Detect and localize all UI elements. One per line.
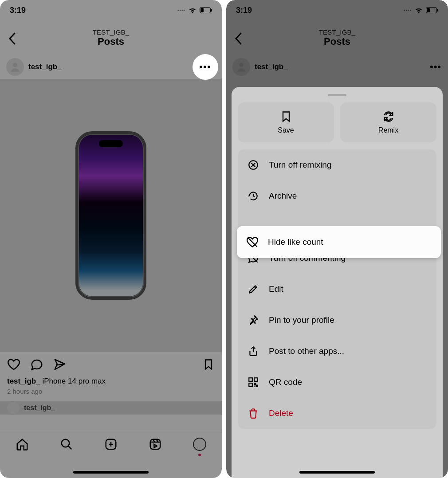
nav-account: TEST_IGB_ (319, 28, 356, 36)
avatar[interactable] (7, 402, 20, 414)
home-icon (16, 438, 29, 451)
menu-hide-like-count[interactable]: Hide like count (237, 226, 441, 258)
wifi-icon (188, 7, 197, 14)
post-actions (0, 352, 222, 377)
screenshot-action-sheet: 3:19 •••• TEST_IGB_ Posts test_igb_ ••• (226, 0, 448, 478)
create-icon (104, 438, 118, 451)
svg-rect-1 (211, 9, 212, 12)
post-header: test_igb_ ••• (226, 55, 448, 79)
menu-delete[interactable]: Delete (238, 398, 436, 429)
menu-label: QR code (269, 377, 302, 387)
pencil-icon (248, 283, 259, 295)
cellular-dots-icon: •••• (177, 8, 185, 13)
menu-edit[interactable]: Edit (238, 274, 436, 305)
more-dots-icon: ••• (199, 62, 211, 72)
post-caption: test_igb_ iPhone 14 pro max (0, 377, 222, 386)
trash-icon (248, 407, 259, 419)
avatar-placeholder-icon (236, 61, 247, 73)
svg-rect-9 (427, 8, 430, 12)
qr-icon (248, 376, 259, 388)
like-button[interactable] (7, 358, 20, 371)
svg-point-3 (13, 63, 17, 67)
status-right: •••• (177, 7, 212, 14)
remix-icon (382, 110, 395, 123)
menu-label: Archive (269, 191, 297, 201)
sheet-menu-list: Turn off remixing Archive Turn off comme… (238, 149, 436, 429)
heart-icon (7, 358, 20, 371)
circle-x-icon (248, 159, 259, 171)
comment-icon (30, 358, 43, 371)
menu-label: Hide like count (268, 237, 323, 247)
sheet-grabber[interactable] (328, 94, 346, 96)
search-icon (60, 438, 73, 451)
home-indicator (73, 471, 149, 474)
post-image-content (75, 131, 146, 300)
svg-rect-13 (254, 378, 258, 381)
battery-icon (426, 7, 438, 13)
action-sheet: Save Remix Turn off remixing Archive (232, 87, 443, 478)
menu-post-other-apps[interactable]: Post to other apps... (238, 336, 436, 367)
post-username[interactable]: test_igb_ (255, 63, 288, 71)
menu-pin[interactable]: Pin to your profile (238, 305, 436, 336)
send-icon (53, 358, 67, 371)
bookmark-icon (202, 358, 215, 371)
nav-header: TEST_IGB_ Posts (226, 20, 448, 55)
comment-button[interactable] (30, 358, 43, 371)
caption-text: iPhone 14 pro max (42, 377, 106, 385)
menu-archive[interactable]: Archive (238, 180, 436, 212)
svg-point-10 (239, 63, 244, 67)
cellular-dots-icon: •••• (404, 8, 412, 13)
save-button[interactable] (202, 358, 215, 371)
home-indicator (299, 471, 375, 474)
tab-home[interactable] (15, 437, 30, 452)
bookmark-icon (280, 110, 292, 123)
sheet-save-label: Save (278, 126, 294, 134)
history-icon (248, 190, 259, 202)
nav-title: Posts (324, 36, 350, 47)
profile-avatar-icon (193, 438, 206, 451)
tab-reels[interactable] (148, 437, 163, 452)
menu-label: Delete (269, 408, 293, 418)
avatar[interactable] (6, 58, 24, 76)
tab-profile[interactable] (192, 437, 207, 452)
back-button[interactable] (4, 31, 20, 46)
wifi-icon (414, 7, 423, 14)
avatar[interactable] (232, 58, 250, 76)
sheet-save-button[interactable]: Save (238, 102, 334, 142)
menu-qr-code[interactable]: QR code (238, 367, 436, 398)
share-up-icon (248, 345, 259, 357)
sheet-big-buttons: Save Remix (232, 102, 443, 149)
post-username[interactable]: test_igb_ (28, 63, 62, 71)
battery-icon (200, 7, 212, 13)
status-time: 3:19 (236, 6, 252, 15)
chevron-left-icon (235, 32, 242, 45)
sheet-remix-button[interactable]: Remix (340, 102, 436, 142)
tab-create[interactable] (103, 437, 118, 452)
post-header: test_igb_ ••• (0, 55, 222, 79)
nav-account: TEST_IGB_ (93, 28, 130, 36)
svg-rect-8 (437, 9, 438, 12)
post-image[interactable] (0, 79, 222, 352)
menu-turn-off-remixing[interactable]: Turn off remixing (238, 149, 436, 180)
svg-rect-12 (249, 378, 252, 381)
screenshot-post-view: 3:19 •••• TEST_IGB_ Posts test_igb_ ••• (0, 0, 222, 478)
avatar-placeholder-icon (9, 61, 21, 73)
caption-username[interactable]: test_igb_ (7, 377, 40, 385)
back-button[interactable] (231, 31, 246, 46)
notification-dot-icon (198, 454, 201, 456)
status-time: 3:19 (10, 6, 26, 15)
post-more-button[interactable]: ••• (429, 61, 442, 73)
svg-rect-14 (249, 383, 252, 387)
menu-label: Pin to your profile (269, 315, 334, 325)
next-post-username[interactable]: test_igb_ (24, 404, 55, 412)
nav-title: Posts (98, 36, 124, 47)
tutorial-highlight-more[interactable]: ••• (193, 54, 218, 80)
next-post-peek: test_igb_ (0, 401, 222, 415)
share-button[interactable] (53, 358, 67, 371)
svg-rect-6 (150, 439, 161, 450)
tab-bar (0, 432, 222, 478)
chevron-left-icon (8, 32, 16, 45)
post-time: 2 hours ago (0, 386, 222, 400)
menu-label: Post to other apps... (269, 346, 344, 356)
tab-search[interactable] (59, 437, 74, 452)
